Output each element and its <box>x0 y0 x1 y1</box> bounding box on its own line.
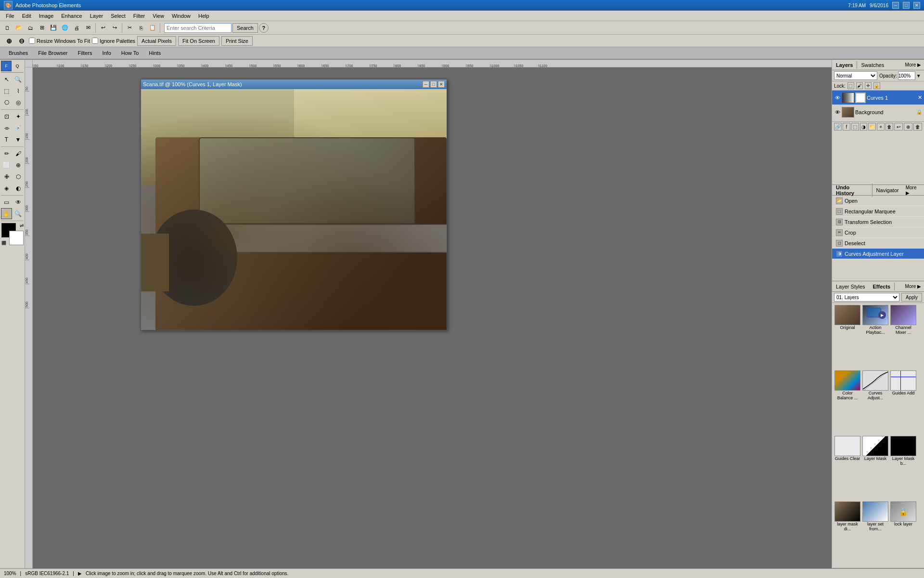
resize-windows-checkbox[interactable]: Resize Windows To Fit <box>29 38 90 44</box>
effect-lock-layer[interactable]: 🔒 lock layer <box>890 501 917 566</box>
close-button[interactable]: ✕ <box>913 2 920 9</box>
effect-curves-adjust[interactable]: Curves Adjust... <box>862 370 889 435</box>
eraser-tool[interactable]: ⬜ <box>1 159 12 171</box>
image-content[interactable] <box>141 89 447 330</box>
shortcut-filters[interactable]: Filters <box>73 49 97 57</box>
email-button[interactable]: ✉ <box>83 23 93 33</box>
effect-layer-set-from[interactable]: layer set from... <box>862 501 889 566</box>
tool-mode-full[interactable]: F <box>1 61 12 71</box>
image-restore-button[interactable]: □ <box>430 81 437 88</box>
swap-colors-icon[interactable]: ⇌ <box>20 223 24 228</box>
actual-pixels-button[interactable]: Actual Pixels <box>137 36 176 46</box>
lock-position-icon[interactable]: ✛ <box>865 82 872 89</box>
copy-button[interactable]: ⎘ <box>136 23 146 33</box>
search-button[interactable]: Search <box>232 23 258 33</box>
move-tool[interactable]: ↖ <box>1 74 12 85</box>
photo-canvas[interactable] <box>141 89 447 330</box>
reset-colors-icon[interactable]: ⬛ <box>1 241 6 245</box>
maximize-button[interactable]: □ <box>903 2 910 9</box>
print-button[interactable]: 🖨 <box>71 23 82 33</box>
paste-button[interactable]: 📋 <box>147 23 158 33</box>
menu-select[interactable]: Select <box>107 12 129 20</box>
history-curves-layer[interactable]: ◑ Curves Adjustment Layer <box>832 249 924 259</box>
lock-all-icon[interactable]: 🔒 <box>873 82 880 89</box>
effect-color-balance[interactable]: Color Balance ... <box>834 370 861 435</box>
history-transform[interactable]: ⊡ Transform Selection <box>832 217 924 227</box>
effects-category-select[interactable]: 01. Layers 02. Adjustments 03. Styles <box>834 293 899 302</box>
shortcut-info[interactable]: Info <box>97 49 116 57</box>
history-tab[interactable]: Undo History <box>832 184 873 197</box>
menu-edit[interactable]: Edit <box>18 12 35 20</box>
layers-more-button[interactable]: More ▶ <box>902 61 924 68</box>
brush-tool[interactable]: 🖌 <box>13 148 24 159</box>
effect-layer-mask-b[interactable]: Layer Mask b... <box>890 436 917 500</box>
crop-tool[interactable]: ⊡ <box>1 111 12 122</box>
effects-tab[interactable]: Effects <box>869 283 895 290</box>
zoom-tool-2[interactable]: 🔍 <box>13 208 24 219</box>
save-for-web-button[interactable]: 🌐 <box>60 23 70 33</box>
dodge-tool[interactable]: ◐ <box>13 183 24 194</box>
tool-mode-quick[interactable]: Q <box>12 61 23 71</box>
image-close-button[interactable]: ✕ <box>438 81 445 88</box>
menu-filter[interactable]: Filter <box>129 12 149 20</box>
history-more-button[interactable]: More ▶ <box>903 184 924 197</box>
effect-action-playback[interactable]: ▶ Action Playbac... <box>862 305 889 369</box>
minimize-button[interactable]: ─ <box>892 2 899 9</box>
help-button[interactable]: ? <box>259 23 269 33</box>
menu-view[interactable]: View <box>149 12 168 20</box>
effect-guides-clear[interactable]: Guides Clear <box>834 436 861 500</box>
shape-tool[interactable]: ▭ <box>1 197 12 208</box>
paint-bucket-tool[interactable]: ▼ <box>13 134 24 145</box>
effect-channel-mixer[interactable]: Channel Mixer ... <box>890 305 917 369</box>
effect-layer-mask[interactable]: Layer Mask <box>862 436 889 500</box>
layers-panel-action-3[interactable]: 🗑 <box>913 123 922 131</box>
swatches-tab[interactable]: Swatches <box>857 61 888 69</box>
straighten-tool[interactable]: ⌯ <box>1 122 12 133</box>
healing-tool[interactable]: ✙ <box>1 171 12 182</box>
menu-file[interactable]: File <box>2 12 18 20</box>
shortcut-howto[interactable]: How To <box>116 49 143 57</box>
lock-transparency-icon[interactable]: ⬚ <box>847 82 854 89</box>
cookie-cutter[interactable]: ✦ <box>13 111 24 122</box>
layer-styles-tab[interactable]: Layer Styles <box>832 283 869 290</box>
shortcut-filebrowser[interactable]: File Browser <box>33 49 72 57</box>
selection-brush[interactable]: ◎ <box>13 97 24 108</box>
zoom-tool[interactable]: 🔍 <box>13 74 24 85</box>
blur-tool[interactable]: ⬡ <box>13 171 24 182</box>
layers-panel-action-1[interactable]: ↩ <box>894 123 903 131</box>
layers-panel-action-2[interactable]: ⊕ <box>904 123 912 131</box>
hand-tool[interactable]: ✋ <box>1 208 12 219</box>
effect-original[interactable]: Original <box>834 305 861 369</box>
layer-background[interactable]: 👁 Background 🔒 <box>832 105 924 119</box>
titlebar-right[interactable]: 7:19 AM 9/6/2016 ─ □ ✕ <box>848 2 920 9</box>
history-open[interactable]: 📂 Open <box>832 196 924 206</box>
sponge-tool[interactable]: ◈ <box>1 183 12 194</box>
layers-delete-button[interactable]: 🗑 <box>886 123 893 131</box>
ignore-palettes-checkbox[interactable]: Ignore Palettes <box>92 38 135 44</box>
lasso-tool[interactable]: ⌇ <box>13 85 24 96</box>
history-deselect[interactable]: ◻ Deselect <box>832 238 924 249</box>
layers-tab[interactable]: Layers <box>832 61 857 69</box>
layers-link-button[interactable]: 🔗 <box>834 123 842 131</box>
layer-eye-curves[interactable]: 👁 <box>834 94 841 101</box>
resize-windows-input[interactable] <box>29 38 35 44</box>
shortcut-brushes[interactable]: Brushes <box>4 49 33 57</box>
effect-layer-mask-d[interactable]: layer mask di... <box>834 501 861 566</box>
open-file-button[interactable]: 📂 <box>13 23 24 33</box>
layers-style-button[interactable]: f <box>843 123 850 131</box>
new-file-button[interactable]: 🗋 <box>2 23 13 33</box>
layers-mask-button[interactable]: ⬚ <box>851 123 859 131</box>
layers-new-button[interactable]: + <box>877 123 885 131</box>
type-tool[interactable]: T <box>1 134 12 145</box>
cut-button[interactable]: ✂ <box>124 23 135 33</box>
blend-mode-select[interactable]: Normal Dissolve Multiply <box>834 71 877 80</box>
fit-on-screen-button[interactable]: Fit On Screen <box>178 36 219 46</box>
layer-delete-curves[interactable]: ✕ <box>918 94 922 101</box>
layers-new-adj-button[interactable]: ◑ <box>860 123 868 131</box>
effects-more-button[interactable]: More ▶ <box>902 283 924 290</box>
browse-button[interactable]: 🗂 <box>25 23 36 33</box>
print-size-button[interactable]: Print Size <box>221 36 253 46</box>
menu-window[interactable]: Window <box>168 12 194 20</box>
layers-group-button[interactable]: 📁 <box>868 123 876 131</box>
color-swatches[interactable]: ⇌ ⬛ <box>1 223 24 245</box>
